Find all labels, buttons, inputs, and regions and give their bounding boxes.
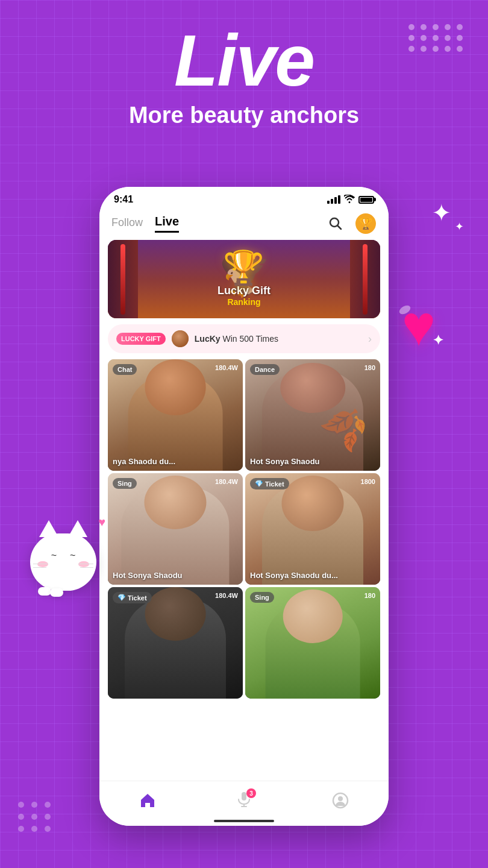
live-card-6[interactable]: Sing 180 (245, 587, 380, 699)
card-name-3: Hot Sonya Shaodu (113, 571, 238, 580)
live-card-3[interactable]: Sing 180.4W Hot Sonya Shaodu (108, 473, 243, 585)
card-count-3: 180.4W (215, 478, 238, 485)
trophy-button[interactable]: 🏆 (355, 213, 377, 234)
card-tag-sing-2: Sing (250, 592, 274, 603)
banner-title: Lucky Gift (217, 285, 271, 297)
home-indicator (214, 820, 274, 822)
card-count-5: 180.4W (215, 592, 238, 599)
mic-nav-button[interactable]: 3 (236, 791, 252, 810)
card-name-2: Hot Sonya Shaodu (250, 457, 375, 466)
lucky-gift-banner[interactable]: 🏆 Lucky Gift Ranking 🦅 (108, 240, 380, 318)
card-tag-dance: Dance (250, 364, 280, 375)
diamond-icon-2: 💎 (117, 594, 126, 602)
notification-badge: 3 (246, 788, 256, 798)
search-button[interactable] (325, 213, 346, 234)
home-nav-button[interactable] (139, 792, 156, 809)
card-name-4: Hot Sonya Shaodu du... (250, 571, 375, 580)
phone-mockup: 9:41 Follow Live (99, 187, 389, 826)
live-card-5[interactable]: 💎 Ticket 180.4W (108, 587, 243, 699)
diamond-icon: 💎 (255, 480, 263, 488)
live-card-2[interactable]: 🍂 Dance 180 Hot Sonya Shaodu (245, 359, 380, 471)
live-card-4[interactable]: 💎 Ticket 1800 Hot Sonya Shaodu du... (245, 473, 380, 585)
card-count-6: 180 (364, 592, 375, 599)
card-tag-sing-1: Sing (113, 478, 137, 489)
sparkle-small-icon: ✦ (455, 220, 464, 233)
nav-tabs: Follow Live 🏆 (99, 210, 389, 240)
lucky-gift-bar[interactable]: LUCKY GIFT LucKy Win 500 Times › (108, 324, 380, 353)
tab-follow[interactable]: Follow (111, 216, 143, 231)
sparkle-large-icon: ✦ (431, 199, 452, 227)
dot-grid-bottom-left (18, 802, 52, 832)
svg-point-6 (338, 796, 343, 801)
card-name-1: nya Shaodu du... (113, 457, 238, 466)
cat-mascot: ~ ~ ♥ (27, 512, 105, 591)
profile-nav-button[interactable] (332, 792, 349, 809)
tab-live[interactable]: Live (155, 215, 179, 233)
card-tag-ticket-1: 💎 Ticket (250, 478, 289, 489)
card-tag-chat: Chat (113, 364, 137, 375)
svg-line-1 (338, 226, 342, 230)
card-count-2: 180 (364, 364, 375, 371)
nav-action-icons: 🏆 (325, 213, 377, 234)
wifi-icon (344, 195, 355, 205)
subtitle: More beauty anchors (0, 102, 488, 128)
status-bar: 9:41 (99, 187, 389, 210)
svg-rect-2 (242, 792, 246, 800)
live-title-area: Live More beauty anchors (0, 24, 488, 128)
lucky-avatar (172, 330, 189, 347)
card-count-4: 1800 (361, 478, 375, 485)
battery-icon (358, 196, 374, 204)
live-card-1[interactable]: Chat 180.4W nya Shaodu du... (108, 359, 243, 471)
lucky-win-text: LucKy Win 500 Times (195, 334, 362, 344)
signal-icon (327, 195, 340, 204)
heart-decoration: ♥ ✦ (386, 295, 452, 356)
banner-content: 🏆 Lucky Gift Ranking (217, 251, 271, 307)
bottom-nav: 3 (99, 781, 389, 826)
status-icons (327, 195, 374, 205)
card-tag-ticket-2: 💎 Ticket (113, 592, 152, 603)
status-time: 9:41 (114, 194, 133, 205)
main-title: Live (0, 24, 488, 96)
banner-subtitle: Ranking (217, 297, 271, 307)
lucky-gift-badge: LUCKY GIFT (116, 333, 166, 345)
live-cards-grid: Chat 180.4W nya Shaodu du... 🍂 Dance 180… (99, 359, 389, 699)
card-count-1: 180.4W (215, 364, 238, 371)
trophy-badge-icon: 🏆 (355, 213, 376, 234)
lucky-arrow-icon: › (368, 333, 372, 345)
